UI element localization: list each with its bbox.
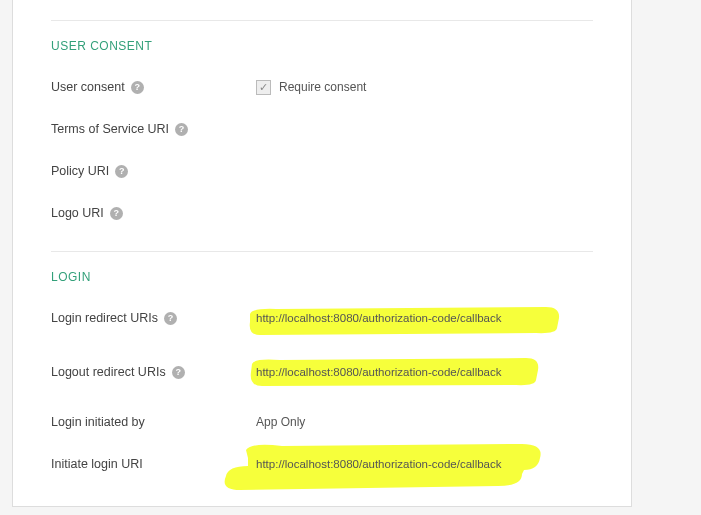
settings-panel: USER CONSENT User consent ? ✓ Require co… (12, 0, 632, 507)
row-tos-uri: Terms of Service URI ? (51, 115, 593, 143)
help-icon[interactable]: ? (172, 366, 185, 379)
row-login-redirect: Login redirect URIs ? http://localhost:8… (51, 304, 593, 332)
checkbox-require-consent[interactable]: ✓ (256, 80, 271, 95)
row-user-consent: User consent ? ✓ Require consent (51, 73, 593, 101)
help-icon[interactable]: ? (131, 81, 144, 94)
divider (51, 251, 593, 252)
value-login-redirect: http://localhost:8080/authorization-code… (256, 312, 502, 324)
label-tos-uri: Terms of Service URI (51, 122, 169, 136)
label-logout-redirect: Logout redirect URIs (51, 365, 166, 379)
row-logout-redirect: Logout redirect URIs ? http://localhost:… (51, 358, 593, 386)
label-require-consent: Require consent (279, 80, 366, 94)
row-logo-uri: Logo URI ? (51, 199, 593, 227)
value-logout-redirect: http://localhost:8080/authorization-code… (256, 366, 502, 378)
help-icon[interactable]: ? (164, 312, 177, 325)
value-initiate-login: http://localhost:8080/authorization-code… (256, 458, 502, 470)
label-initiate-login: Initiate login URI (51, 457, 143, 471)
row-policy-uri: Policy URI ? (51, 157, 593, 185)
label-policy-uri: Policy URI (51, 164, 109, 178)
label-login-redirect: Login redirect URIs (51, 311, 158, 325)
help-icon[interactable]: ? (110, 207, 123, 220)
row-initiate-login: Initiate login URI http://localhost:8080… (51, 450, 593, 478)
value-login-initiated: App Only (256, 415, 305, 429)
section-title-login: LOGIN (51, 270, 593, 284)
row-login-initiated: Login initiated by App Only (51, 408, 593, 436)
label-user-consent: User consent (51, 80, 125, 94)
divider (51, 20, 593, 21)
help-icon[interactable]: ? (115, 165, 128, 178)
section-title-user-consent: USER CONSENT (51, 39, 593, 53)
label-logo-uri: Logo URI (51, 206, 104, 220)
help-icon[interactable]: ? (175, 123, 188, 136)
label-login-initiated: Login initiated by (51, 415, 145, 429)
